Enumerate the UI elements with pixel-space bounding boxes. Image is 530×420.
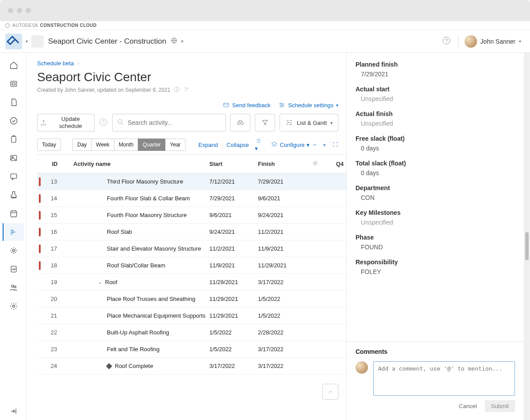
seg-quarter[interactable]: Quarter — [138, 139, 165, 151]
nav-schedule[interactable] — [3, 223, 24, 241]
cell-finish: 1/5/2022 — [258, 312, 307, 319]
chevron-down-icon[interactable]: ⌄ — [98, 280, 102, 285]
field-value-total_slack: 0 days — [356, 167, 515, 181]
field-label-actual_finish: Actual finish — [356, 110, 515, 117]
nav-reviews[interactable] — [3, 112, 24, 130]
field-value-planned_finish: 7/29/2021 — [356, 68, 515, 82]
col-start-header[interactable]: Start — [209, 161, 258, 167]
seg-day[interactable]: Day — [72, 139, 91, 151]
info-icon[interactable]: ⓘ — [174, 86, 179, 94]
table-row[interactable]: 21Place Mechanical Equipment Supports11/… — [37, 308, 346, 324]
field-label-planned_finish: Planned finish — [356, 61, 515, 68]
svg-point-27 — [314, 162, 316, 164]
col-settings-button[interactable] — [307, 160, 324, 168]
today-button[interactable]: Today — [37, 139, 61, 151]
fullscreen-button[interactable] — [332, 141, 338, 149]
project-icon[interactable] — [31, 35, 44, 48]
svg-point-24 — [118, 120, 122, 124]
binoculars-icon — [236, 119, 245, 127]
field-label-phase: Phase — [356, 234, 515, 241]
table-row[interactable]: 24 Roof Complete3/17/20223/17/2022 — [37, 358, 346, 375]
nav-settings[interactable] — [3, 297, 24, 315]
send-feedback-button[interactable]: Send feedback — [223, 101, 271, 109]
table-row[interactable]: 17Stair and Elevator Masonry Structure11… — [37, 240, 346, 257]
nav-forms[interactable] — [3, 131, 24, 148]
update-schedule-button[interactable]: Update schedule — [37, 114, 95, 131]
seg-month[interactable]: Month — [114, 139, 138, 151]
cell-start: 11/29/2021 — [209, 312, 258, 319]
members-icon[interactable] — [183, 86, 190, 94]
search-input[interactable] — [112, 114, 226, 131]
nav-assets[interactable] — [3, 242, 24, 259]
nav-issues[interactable] — [3, 168, 24, 185]
schedule-settings-label: Schedule settings — [288, 102, 333, 109]
update-help-button[interactable]: ? — [99, 118, 108, 128]
collapse-button[interactable]: Collapse — [227, 142, 249, 148]
nav-reports[interactable] — [3, 260, 24, 278]
nav-calendar[interactable] — [3, 205, 24, 222]
table-row[interactable]: 22Built-Up Asphalt Roofing1/5/20222/28/2… — [37, 324, 346, 341]
window-maximize-icon[interactable] — [26, 8, 31, 13]
table-row[interactable]: 19⌄ Roof11/29/20213/17/2022 — [37, 274, 346, 291]
nav-photos[interactable] — [3, 149, 24, 167]
user-avatar[interactable] — [465, 35, 477, 48]
nav-members[interactable] — [3, 279, 24, 296]
cell-id: 13 — [41, 178, 67, 185]
comment-input[interactable] — [373, 361, 515, 396]
scrollbar-thumb[interactable] — [525, 232, 529, 260]
zoom-out-button[interactable]: − — [313, 142, 317, 148]
activity-name: Roof Slab — [107, 229, 132, 235]
filter-button[interactable] — [255, 114, 275, 131]
col-finish-header[interactable]: Finish — [258, 161, 307, 167]
nav-files[interactable] — [3, 94, 24, 111]
list-gantt-icon — [285, 119, 293, 127]
table-row[interactable]: 16Roof Slab9/24/202111/2/2021 — [37, 224, 346, 240]
table-row[interactable]: 23Felt and Tile Roofing1/5/20223/17/2022 — [37, 341, 346, 358]
page-title: Seaport Civic Center — [37, 70, 346, 84]
chevron-down-icon[interactable]: ▾ — [26, 39, 28, 44]
breadcrumb-item[interactable]: Schedule beta — [37, 60, 74, 67]
svg-point-21 — [281, 106, 282, 107]
table-row[interactable]: 18Roof Slab/Collar Beam11/9/202111/29/20… — [37, 257, 346, 274]
field-label-key_milestones: Key Milestones — [356, 209, 515, 216]
field-value-actual_finish: Unspecified — [356, 117, 515, 131]
cell-start: 9/24/2021 — [209, 229, 258, 235]
table-row[interactable]: 15Fourth Floor Masonry Structure9/6/2021… — [37, 207, 346, 224]
nav-sheets[interactable] — [3, 75, 24, 93]
svg-point-20 — [283, 105, 284, 106]
user-name[interactable]: John Sanner — [481, 38, 515, 45]
table-row[interactable]: 14Fourth Floor Slab & Collar Beam7/29/20… — [37, 190, 346, 207]
col-activity-header[interactable]: Activity name — [68, 161, 209, 167]
help-button[interactable]: ? — [441, 37, 452, 46]
seg-year[interactable]: Year — [165, 139, 186, 151]
indent-menu[interactable]: ▾ — [255, 138, 265, 152]
module-switcher-button[interactable] — [5, 34, 22, 49]
window-minimize-icon[interactable] — [17, 8, 22, 13]
chevron-down-icon[interactable]: ▾ — [181, 39, 183, 44]
milestone-icon — [106, 363, 112, 369]
cell-start: 3/17/2022 — [209, 363, 258, 369]
cancel-button[interactable]: Cancel — [457, 400, 478, 412]
chevron-down-icon[interactable]: ▾ — [519, 39, 521, 44]
col-id-header[interactable]: ID — [42, 161, 68, 167]
nav-stamps[interactable] — [3, 186, 24, 204]
window-close-icon[interactable] — [8, 8, 13, 13]
submit-button[interactable]: Submit — [485, 400, 515, 412]
zoom-in-button[interactable]: + — [322, 142, 326, 148]
cell-finish: 2/28/2022 — [258, 329, 307, 336]
find-button[interactable] — [230, 114, 250, 131]
configure-button[interactable]: Configure ▾ — [271, 141, 309, 148]
scroll-to-top-button[interactable] — [322, 384, 338, 400]
outer-scrollbar[interactable] — [524, 53, 530, 420]
filter-icon — [261, 119, 269, 127]
table-row[interactable]: 13Third Floor Masonry Structure7/12/2021… — [37, 173, 346, 190]
seg-week[interactable]: Week — [91, 139, 114, 151]
schedule-settings-button[interactable]: Schedule settings ▾ — [278, 101, 338, 109]
expand-button[interactable]: Expand — [198, 142, 218, 148]
nav-home[interactable] — [3, 56, 24, 74]
project-title[interactable]: Seaport Civic Center - Construction — [48, 37, 166, 46]
help-icon: ? — [99, 118, 107, 126]
table-row[interactable]: 20Place Roof Trusses and Sheathing11/29/… — [37, 291, 346, 308]
nav-collapse[interactable] — [3, 402, 24, 420]
view-select[interactable]: List & Gantt ▾ — [280, 114, 338, 131]
